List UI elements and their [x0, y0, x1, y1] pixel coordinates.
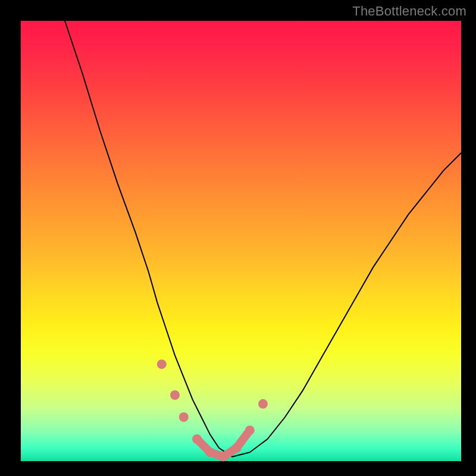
bottleneck-curve: [21, 21, 461, 461]
chart-frame: TheBottleneck.com: [0, 0, 476, 476]
plot-area: [21, 21, 461, 461]
watermark-text: TheBottleneck.com: [352, 4, 466, 19]
highlight-dot: [170, 390, 180, 400]
highlight-dot: [258, 399, 268, 409]
highlight-dot: [179, 412, 189, 422]
highlight-dot: [218, 452, 228, 462]
curve-line: [65, 21, 461, 457]
highlight-dot: [205, 447, 215, 457]
highlight-dot: [192, 434, 202, 444]
highlight-dot: [157, 359, 167, 369]
highlight-dots: [157, 359, 268, 461]
highlight-dot: [232, 443, 242, 453]
highlight-dot: [245, 425, 255, 435]
